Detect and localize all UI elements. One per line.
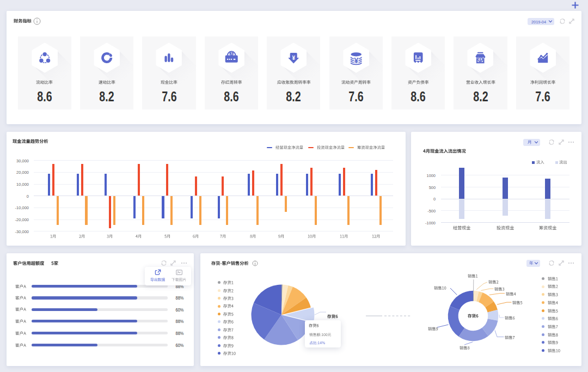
svg-text:¥: ¥ [292, 55, 296, 61]
svg-text:S: S [230, 51, 232, 56]
svg-text:¥: ¥ [354, 56, 358, 65]
